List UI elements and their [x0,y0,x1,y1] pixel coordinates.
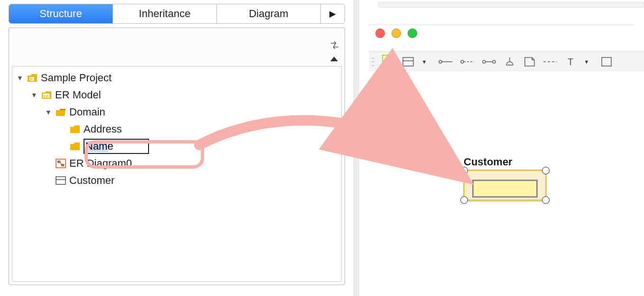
tool-entity-dropdown[interactable]: ▼ [418,55,430,69]
window-traffic-lights [375,29,417,38]
tool-relation-identifying[interactable] [438,55,452,69]
structure-pane: Structure Inheritance Diagram ▶ [0,0,354,296]
entity-attributes-area [472,180,538,198]
tool-rectangle[interactable] [600,55,613,69]
diagram-pane: ▼ T ▼ [359,0,644,296]
entity-icon [55,175,66,186]
svg-point-15 [483,60,485,63]
rename-input[interactable] [85,141,147,152]
tool-entity[interactable] [402,55,414,69]
diagram-canvas[interactable]: Customer [369,71,644,296]
tree-node-er-diagram0[interactable]: ▼ ER Diagram0 [43,155,339,172]
tree-node-er-model[interactable]: ▼ ER ER Model [28,86,339,104]
tool-text[interactable]: T [564,55,577,69]
svg-rect-5 [57,161,60,163]
svg-text:P: P [30,77,33,81]
tool-dashed-line[interactable] [543,55,557,69]
tool-text-dropdown[interactable]: ▼ [580,55,593,69]
tab-inheritance[interactable]: Inheritance [113,4,217,23]
tab-inheritance-label: Inheritance [139,8,191,20]
tool-subtype[interactable] [504,55,516,69]
tool-pointer[interactable] [382,55,394,69]
er-model-icon: ER [41,90,52,100]
entity-body[interactable] [464,170,546,201]
svg-rect-21 [602,57,611,66]
tree-node-name-editing[interactable]: ▼ [57,138,339,155]
panel-header [9,28,345,64]
svg-rect-6 [61,164,64,166]
collapse-arrow-icon[interactable] [330,55,338,63]
svg-rect-9 [403,57,413,66]
tree-view[interactable]: ▼ P Sample Project ▼ ER [12,66,342,282]
svg-point-13 [461,60,464,63]
sync-icon[interactable] [329,40,340,52]
disclosure-triangle-icon[interactable]: ▼ [30,90,38,100]
project-icon: P [27,73,38,83]
structure-panel: ▼ P Sample Project ▼ ER [9,28,345,285]
disclosure-triangle-icon[interactable]: ▼ [45,107,52,117]
tool-note[interactable] [523,55,536,69]
tab-diagram[interactable]: Diagram [217,4,321,23]
window-close-button[interactable] [375,29,385,38]
tree-node-label: ER Diagram0 [69,155,132,172]
resize-handle-bottom-left[interactable] [460,196,468,204]
play-icon: ▶ [329,9,336,19]
resize-handle-top-right[interactable] [542,167,550,174]
tree-node-label: Domain [69,104,105,120]
tree-node-label: Address [84,121,122,137]
tab-structure-label: Structure [39,8,82,20]
svg-point-17 [493,60,495,63]
view-tabstrip: Structure Inheritance Diagram ▶ [9,4,345,24]
diagram-toolbar: ▼ T ▼ [369,51,644,72]
folder-icon [69,124,81,134]
tree-node-label: Customer [69,172,114,189]
svg-text:ER: ER [44,94,49,98]
folder-open-icon [55,107,66,117]
disclosure-triangle-icon[interactable]: ▼ [16,73,24,83]
text-icon-label: T [568,57,573,67]
svg-point-11 [439,60,442,63]
tab-diagram-label: Diagram [249,8,288,20]
svg-rect-7 [56,177,65,184]
entity-title: Customer [464,156,546,168]
tool-relation-many[interactable] [482,55,496,69]
entity-customer[interactable]: Customer [464,156,546,201]
window-minimize-button[interactable] [392,29,401,38]
tree-node-label: Sample Project [41,69,112,86]
resize-handle-top-left[interactable] [460,167,468,174]
window-zoom-button[interactable] [408,29,417,38]
tab-structure[interactable]: Structure [9,4,113,23]
folder-icon [69,141,81,152]
tree-node-customer[interactable]: ▼ Customer [43,172,339,189]
resize-handle-bottom-right[interactable] [542,196,550,204]
toolbar-grip[interactable] [372,55,374,68]
tab-overflow[interactable]: ▶ [321,4,345,23]
tree-node-address[interactable]: ▼ Address [57,121,339,138]
horizontal-scroll-track[interactable] [378,2,644,8]
tree-node-label: ER Model [55,86,101,103]
tree-node-domain[interactable]: ▼ Domain [43,104,339,121]
rename-input-wrapper[interactable] [84,139,149,154]
tree-node-project[interactable]: ▼ P Sample Project [14,69,339,86]
er-diagram-icon [55,158,66,169]
tool-relation-nonidentifying[interactable] [460,55,474,69]
